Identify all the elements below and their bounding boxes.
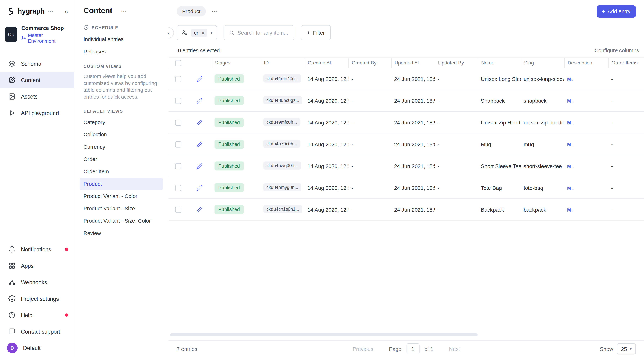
filter-label: Filter bbox=[313, 29, 325, 36]
view-chip[interactable]: Product bbox=[177, 6, 206, 16]
view-item[interactable]: Order bbox=[80, 153, 163, 165]
configure-columns-link[interactable]: Configure columns bbox=[594, 47, 639, 53]
row-checkbox[interactable] bbox=[175, 98, 181, 104]
sidebar-item-assets[interactable]: Assets bbox=[0, 88, 74, 105]
column-header-created-at[interactable]: Created At bbox=[304, 58, 348, 68]
select-all-checkbox[interactable] bbox=[175, 60, 181, 66]
table-row[interactable]: Published ckdu49mfc0h... 14 Aug 2020, 12… bbox=[168, 112, 644, 133]
entries-table: Stages ID Created At Created By Updated … bbox=[168, 57, 644, 340]
edit-entry-button[interactable] bbox=[196, 185, 202, 191]
environment-label: Master Environment bbox=[28, 32, 68, 44]
page-size-select[interactable]: 25 ▾ bbox=[617, 343, 636, 355]
clock-icon bbox=[84, 25, 89, 30]
markdown-icon: M↓ bbox=[567, 207, 573, 212]
sidebar-item-default-user[interactable]: D Default bbox=[0, 340, 74, 356]
row-checkbox[interactable] bbox=[175, 185, 181, 191]
remove-locale-icon[interactable]: × bbox=[202, 30, 204, 35]
view-item[interactable]: Product Variant - Size bbox=[80, 202, 163, 215]
logo-more-icon[interactable]: ⋯ bbox=[48, 8, 53, 14]
edit-entry-button[interactable] bbox=[196, 119, 202, 126]
markdown-icon: M↓ bbox=[567, 164, 573, 169]
column-header-updated-at[interactable]: Updated At bbox=[391, 58, 435, 68]
markdown-icon: M↓ bbox=[567, 76, 573, 81]
sidebar-item-webhooks[interactable]: Webhooks bbox=[0, 274, 74, 290]
edit-entry-button[interactable] bbox=[196, 98, 202, 104]
view-item[interactable]: Product Variant - Size, Color bbox=[80, 215, 163, 227]
next-page-button[interactable]: Next bbox=[449, 346, 460, 352]
sidebar-item-api-playground[interactable]: API playground bbox=[0, 105, 74, 121]
entry-slug: unisex-zip-hoodie bbox=[521, 119, 564, 126]
sidebar-collapse-icon[interactable]: « bbox=[65, 8, 68, 15]
stage-badge: Published bbox=[214, 74, 244, 83]
table-row[interactable]: Published ckdu44mn40g... 14 Aug 2020, 12… bbox=[168, 68, 644, 90]
filter-button[interactable]: + Filter bbox=[301, 25, 331, 40]
page-number-input[interactable] bbox=[406, 344, 420, 354]
content-views-panel: Content ⋯ SCHEDULE Individual entries Re… bbox=[74, 0, 168, 357]
entry-name: Backpack bbox=[478, 206, 521, 213]
column-header-slug[interactable]: Slug bbox=[521, 58, 564, 68]
locale-select[interactable]: en × ▾ bbox=[177, 25, 217, 40]
view-item[interactable]: Collection bbox=[80, 128, 163, 141]
view-item-label: Category bbox=[84, 119, 105, 125]
sidebar-item-schema[interactable]: Schema bbox=[0, 55, 74, 72]
edit-entry-button[interactable] bbox=[196, 206, 202, 213]
environment-row[interactable]: Master Environment bbox=[22, 32, 68, 44]
page-size-value: 25 bbox=[621, 346, 627, 352]
sidebar-item-help[interactable]: Help bbox=[0, 307, 74, 323]
views-more-icon[interactable]: ⋯ bbox=[121, 7, 126, 14]
entry-id: ckdu4ch1s0h1... bbox=[264, 205, 302, 213]
column-header-created-by[interactable]: Created By bbox=[348, 58, 391, 68]
view-item[interactable]: Category bbox=[80, 116, 163, 128]
schedule-item-individual-entries[interactable]: Individual entries bbox=[74, 33, 168, 45]
entry-slug: backpack bbox=[521, 206, 564, 213]
sidebar-item-apps[interactable]: Apps bbox=[0, 258, 74, 274]
row-checkbox[interactable] bbox=[175, 119, 181, 126]
view-more-icon[interactable]: ⋯ bbox=[212, 8, 217, 14]
entry-slug: tote-bag bbox=[521, 185, 564, 191]
table-row[interactable]: Published ckdu4bmyg0h... 14 Aug 2020, 12… bbox=[168, 177, 644, 199]
previous-page-button[interactable]: Previous bbox=[352, 346, 373, 352]
column-header-name[interactable]: Name bbox=[478, 58, 521, 68]
column-header-id[interactable]: ID bbox=[260, 58, 304, 68]
add-entry-button[interactable]: + Add entry bbox=[596, 5, 636, 17]
table-row[interactable]: Published ckdu4a79c0h... 14 Aug 2020, 12… bbox=[168, 133, 644, 155]
sidebar-nav: Schema Content Assets bbox=[0, 55, 74, 121]
horizontal-scrollbar[interactable] bbox=[170, 333, 478, 337]
sidebar-item-notifications[interactable]: Notifications bbox=[0, 241, 74, 258]
sidebar-item-contact-support[interactable]: Contact support bbox=[0, 323, 74, 340]
view-item[interactable]: Review bbox=[80, 227, 163, 239]
view-item[interactable]: Order Item bbox=[80, 165, 163, 178]
edit-entry-button[interactable] bbox=[196, 163, 202, 169]
project-switcher[interactable]: Co Commerce Shop Master Environment bbox=[0, 18, 74, 44]
table-row[interactable]: Published ckdu4awq00h... 14 Aug 2020, 12… bbox=[168, 155, 644, 177]
edit-entry-button[interactable] bbox=[196, 141, 202, 147]
edit-entry-button[interactable] bbox=[196, 76, 202, 82]
view-item[interactable]: Product bbox=[80, 178, 163, 190]
column-header-order-items[interactable]: Order Items bbox=[608, 58, 644, 68]
topbar: Product ⋯ + Add entry bbox=[168, 0, 644, 22]
sidebar-item-content[interactable]: Content bbox=[0, 72, 74, 88]
column-header-stages[interactable]: Stages bbox=[212, 58, 260, 68]
row-checkbox[interactable] bbox=[175, 163, 181, 169]
row-checkbox[interactable] bbox=[175, 76, 181, 82]
sidebar-item-label: API playground bbox=[21, 110, 59, 116]
schedule-item-releases[interactable]: Releases bbox=[74, 45, 168, 57]
sidebar-item-project-settings[interactable]: Project settings bbox=[0, 291, 74, 307]
row-checkbox[interactable] bbox=[175, 141, 181, 147]
table-row[interactable]: Published ckdu4ch1s0h1... 14 Aug 2020, 1… bbox=[168, 199, 644, 221]
column-header-updated-by[interactable]: Updated By bbox=[435, 58, 478, 68]
view-item[interactable]: Currency bbox=[80, 141, 163, 153]
view-item[interactable]: Product Variant - Color bbox=[80, 190, 163, 202]
pencil-icon bbox=[196, 206, 202, 213]
chat-icon bbox=[8, 328, 16, 335]
updated-at-value: 24 Jun 2021, 18:5 bbox=[391, 206, 435, 213]
row-checkbox[interactable] bbox=[175, 206, 181, 213]
user-avatar: D bbox=[7, 343, 18, 353]
table-row[interactable]: Published ckdu48unc0gz... 14 Aug 2020, 1… bbox=[168, 90, 644, 112]
entry-id: ckdu49mfc0h... bbox=[264, 118, 300, 126]
column-header-description[interactable]: Description bbox=[564, 58, 608, 68]
stage-badge: Published bbox=[214, 183, 244, 192]
search-input[interactable] bbox=[238, 29, 289, 36]
plus-icon: + bbox=[307, 29, 310, 36]
panel-collapse-button[interactable]: « bbox=[168, 27, 174, 38]
